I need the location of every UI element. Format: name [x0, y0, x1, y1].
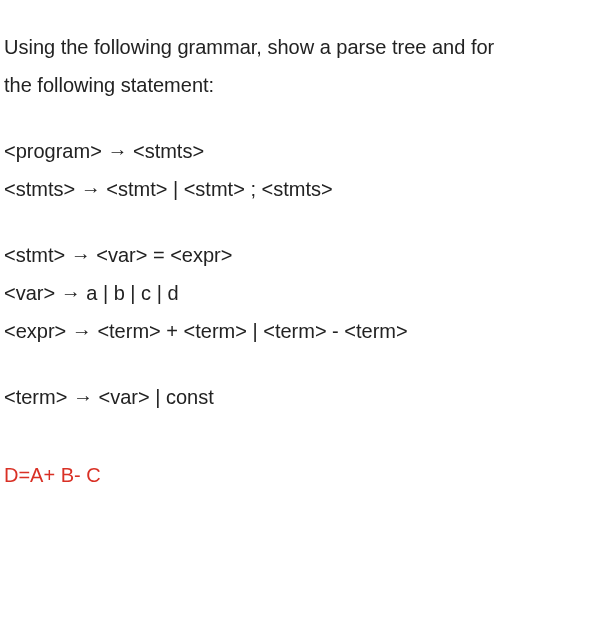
target-statement: D=A+ B- C: [4, 456, 587, 494]
question-intro: Using the following grammar, show a pars…: [4, 28, 587, 104]
grammar-rule-program: <program> → <stmts>: [4, 132, 587, 170]
intro-line-1: Using the following grammar, show a pars…: [4, 28, 587, 66]
grammar-rule-var: <var> → a | b | c | d: [4, 274, 587, 312]
grammar-block-2: <stmt> → <var> = <expr> <var> → a | b | …: [4, 236, 587, 350]
grammar-rule-stmts: <stmts> → <stmt> | <stmt> ; <stmts>: [4, 170, 587, 208]
intro-line-2: the following statement:: [4, 66, 587, 104]
grammar-block-3: <term> → <var> | const: [4, 378, 587, 416]
grammar-rule-stmt: <stmt> → <var> = <expr>: [4, 236, 587, 274]
grammar-rule-term: <term> → <var> | const: [4, 378, 587, 416]
grammar-block-1: <program> → <stmts> <stmts> → <stmt> | <…: [4, 132, 587, 208]
grammar-rule-expr: <expr> → <term> + <term> | <term> - <ter…: [4, 312, 587, 350]
